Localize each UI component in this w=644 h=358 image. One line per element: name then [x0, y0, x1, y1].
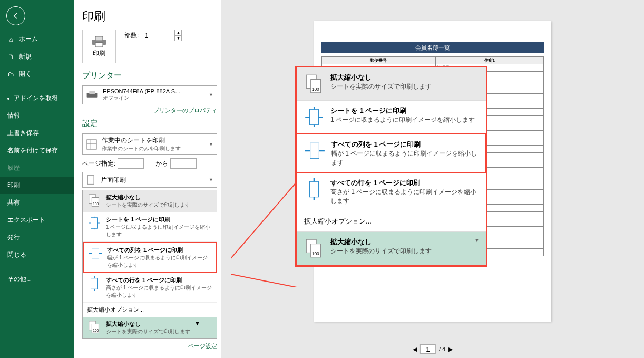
nav-label: その他...: [7, 275, 32, 284]
nav-print[interactable]: 印刷: [0, 177, 74, 194]
settings-heading: 設定: [82, 119, 217, 130]
nav-home[interactable]: ⌂ホーム: [0, 31, 74, 48]
chevron-down-icon: ▼: [194, 320, 200, 335]
scaling-option-fit-columns[interactable]: すべての列を 1 ページに印刷幅が 1 ページに収まるように印刷イメージを縮小し…: [83, 242, 217, 273]
printer-icon: [86, 90, 99, 100]
fit-page-icon: [87, 216, 102, 230]
nav-close[interactable]: 閉じる: [0, 246, 74, 264]
copies-spinner[interactable]: ▲▼: [174, 30, 182, 41]
svg-rect-1: [95, 36, 103, 41]
callout-options-link[interactable]: 拡大縮小オプション...: [297, 211, 486, 232]
option-title: 拡大縮小なし: [330, 73, 432, 82]
nav-label: 新規: [19, 52, 32, 61]
preview-doc-title: 会員名簿一覧: [321, 42, 544, 53]
svg-rect-14: [91, 278, 97, 289]
scaling-option-fit-sheet[interactable]: シートを 1 ページに印刷1 ページに収まるように印刷イメージを縮小します: [83, 212, 217, 242]
nav-label: 履歴: [7, 163, 20, 172]
option-title: すべての列を 1 ページに印刷: [107, 246, 211, 254]
fit-columns-icon: [304, 140, 326, 162]
nav-export[interactable]: エクスポート: [0, 211, 74, 229]
copies-input[interactable]: [142, 30, 171, 41]
nav-addins[interactable]: アドインを取得: [0, 90, 74, 107]
printer-icon: [91, 35, 107, 48]
nav-open[interactable]: 🗁開く: [0, 65, 74, 83]
page-total: / 4: [439, 346, 445, 352]
nav-label: 名前を付けて保存: [7, 146, 58, 155]
chevron-down-icon: ▼: [209, 142, 213, 147]
current-title: 拡大縮小なし: [106, 320, 190, 328]
copies-label: 部数:: [124, 31, 139, 40]
nav-publish[interactable]: 発行: [0, 229, 74, 246]
print-button-label: 印刷: [93, 49, 105, 58]
callout-option-fit-sheet[interactable]: シートを 1 ページに印刷1 ページに収まるように印刷イメージを縮小します: [297, 101, 486, 134]
scaling-dropdown-open: 100 拡大縮小なしシートを実際のサイズで印刷します シートを 1 ページに印刷…: [82, 190, 217, 339]
pages-100-icon: 100: [303, 237, 325, 259]
nav-more[interactable]: その他...: [0, 270, 74, 288]
option-title: シートを 1 ページに印刷: [330, 106, 475, 115]
option-desc: 1 ページに収まるように印刷イメージを縮小します: [330, 115, 475, 124]
svg-rect-23: [310, 181, 319, 197]
svg-rect-21: [310, 109, 319, 124]
page-title: 印刷: [82, 8, 217, 24]
scaling-options-link[interactable]: 拡大縮小オプション...: [83, 303, 217, 317]
next-page-button[interactable]: ▶: [448, 346, 453, 353]
svg-rect-8: [87, 176, 94, 185]
option-desc: シートを実際のサイズで印刷します: [106, 201, 190, 209]
print-settings-column: 印刷 印刷 部数: ▲▼ プリンター EPSON744F8A (EP-882A …: [74, 0, 221, 358]
nav-new[interactable]: 🗋新規: [0, 48, 74, 65]
printer-properties-link[interactable]: プリンターのプロパティ: [82, 107, 217, 114]
printer-status: オフライン: [103, 94, 181, 102]
nav-save[interactable]: 上書き保存: [0, 124, 74, 142]
pages-100-icon: 100: [87, 193, 102, 208]
fit-rows-icon: [303, 178, 325, 200]
current-desc: シートを実際のサイズで印刷します: [330, 247, 432, 256]
scaling-option-fit-rows[interactable]: すべての行を 1 ページに印刷高さが 1 ページに収まるように印刷イメージを縮小…: [83, 273, 217, 303]
fit-page-icon: [303, 106, 325, 128]
nav-share[interactable]: 共有: [0, 194, 74, 211]
callout-option-fit-rows[interactable]: すべての行を 1 ページに印刷高さが 1 ページに収まるように印刷イメージを縮小…: [297, 173, 486, 211]
page-number-input[interactable]: [420, 344, 436, 354]
page-to-input[interactable]: [170, 158, 197, 169]
copies-control: 部数: ▲▼: [124, 30, 182, 41]
current-title: 拡大縮小なし: [330, 237, 432, 247]
svg-rect-13: [92, 248, 99, 259]
nav-label: 印刷: [7, 181, 20, 190]
bullet-icon: [7, 98, 9, 100]
one-sided-dropdown[interactable]: 片面印刷 ▼: [82, 172, 217, 188]
option-title: 拡大縮小なし: [106, 193, 190, 201]
prev-page-button[interactable]: ◀: [413, 346, 417, 353]
option-title: すべての行を 1 ページに印刷: [330, 178, 480, 188]
print-active-sheets-dropdown[interactable]: 作業中のシートを印刷 作業中のシートのみを印刷します ▼: [82, 133, 217, 155]
nav-label: 発行: [7, 233, 20, 242]
nav-label: 閉じる: [7, 250, 26, 259]
scaling-option-none[interactable]: 100 拡大縮小なしシートを実際のサイズで印刷します: [83, 190, 217, 212]
dropdown-title: 作業中のシートを印刷: [102, 136, 181, 145]
svg-rect-2: [95, 43, 103, 47]
back-button[interactable]: [6, 6, 25, 25]
print-button[interactable]: 印刷: [82, 30, 116, 63]
dropdown-title: 片面印刷: [101, 176, 126, 185]
scaling-callout: 100 拡大縮小なしシートを実際のサイズで印刷します シートを 1 ページに印刷…: [295, 66, 487, 267]
pages-100-icon: 100: [303, 73, 325, 95]
svg-text:100: 100: [312, 251, 319, 256]
home-icon: ⌂: [7, 36, 15, 43]
nav-label: ホーム: [19, 35, 38, 44]
fit-columns-icon: [88, 246, 103, 261]
scaling-current[interactable]: 100 拡大縮小なしシートを実際のサイズで印刷します ▼: [83, 317, 217, 338]
page-icon: [86, 175, 96, 185]
callout-option-none[interactable]: 100 拡大縮小なしシートを実際のサイズで印刷します: [297, 67, 486, 101]
printer-dropdown[interactable]: EPSON744F8A (EP-882A S… オフライン ▼: [82, 85, 217, 104]
svg-rect-22: [310, 143, 319, 158]
option-desc: 1 ページに収まるように印刷イメージを縮小します: [106, 224, 212, 238]
callout-option-fit-columns[interactable]: すべての列を 1 ページに印刷幅が 1 ページに収まるように印刷イメージを縮小し…: [296, 133, 486, 173]
chevron-down-icon: ▼: [474, 237, 480, 259]
nav-info[interactable]: 情報: [0, 107, 74, 124]
nav-saveas[interactable]: 名前を付けて保存: [0, 142, 74, 159]
current-desc: シートを実際のサイズで印刷します: [106, 328, 190, 335]
page-range-label: ページ指定:: [82, 159, 115, 168]
page-from-input[interactable]: [118, 158, 144, 169]
callout-current[interactable]: 100 拡大縮小なしシートを実際のサイズで印刷します ▼: [297, 232, 486, 265]
callout-connector: [231, 182, 299, 287]
page-setup-link[interactable]: ページ設定: [82, 342, 217, 350]
svg-rect-4: [89, 91, 95, 94]
